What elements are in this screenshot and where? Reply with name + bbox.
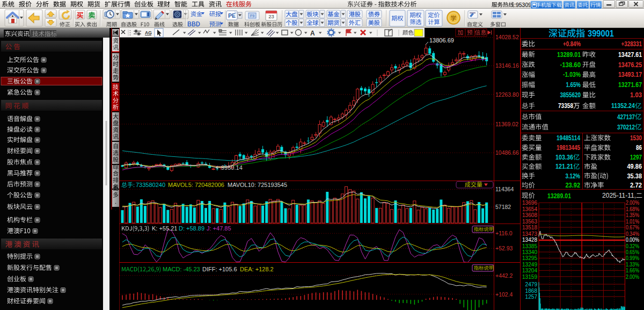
svg-text:1.33%: 1.33% bbox=[626, 261, 639, 268]
svg-text:K: +55.21: K: +55.21 bbox=[152, 225, 177, 232]
svg-text:PE: PE bbox=[228, 12, 236, 19]
svg-text:F9: F9 bbox=[250, 14, 254, 18]
svg-text:13159: 13159 bbox=[522, 273, 537, 280]
svg-text:+116.0: +116.0 bbox=[495, 230, 513, 236]
svg-text:13654: 13654 bbox=[522, 206, 537, 212]
svg-text:35.38: 35.38 bbox=[627, 172, 642, 180]
svg-text:370212: 370212 bbox=[617, 124, 635, 131]
svg-text:13476.25: 13476.25 bbox=[618, 61, 642, 69]
svg-text:1530: 1530 bbox=[630, 134, 642, 142]
svg-text:23.92: 23.92 bbox=[566, 182, 581, 189]
svg-text:J: +47.85: J: +47.85 bbox=[207, 225, 231, 232]
svg-text:2.72: 2.72 bbox=[630, 182, 642, 189]
svg-text:13427.61: 13427.61 bbox=[618, 51, 642, 59]
svg-text:427137: 427137 bbox=[617, 113, 635, 121]
svg-text:13204: 13204 bbox=[522, 267, 537, 273]
svg-text:1257: 1257 bbox=[525, 293, 537, 300]
svg-text:0.34%: 0.34% bbox=[626, 230, 639, 237]
svg-text:13271.67: 13271.67 bbox=[618, 81, 642, 89]
svg-text:12263.80: 12263.80 bbox=[495, 91, 519, 98]
svg-text:19485114: 19485114 bbox=[557, 134, 580, 142]
svg-text:13563: 13563 bbox=[522, 218, 537, 225]
svg-text:13289.01: 13289.01 bbox=[557, 51, 581, 59]
svg-text:2479: 2479 bbox=[525, 281, 537, 287]
svg-text:14028.52: 14028.52 bbox=[495, 34, 519, 40]
svg-text:73358: 73358 bbox=[558, 102, 573, 110]
svg-text:13473: 13473 bbox=[522, 230, 537, 237]
svg-text:2025-11-11,: 2025-11-11, bbox=[602, 192, 636, 199]
svg-text:MACD: -45.23: MACD: -45.23 bbox=[163, 266, 200, 272]
svg-text:+102.4: +102.4 bbox=[495, 291, 513, 298]
svg-text:13518: 13518 bbox=[522, 224, 537, 230]
svg-text:86: 86 bbox=[636, 144, 642, 152]
svg-text:2.00%: 2.00% bbox=[626, 199, 639, 206]
svg-text:13295: 13295 bbox=[522, 255, 537, 261]
svg-text:+0.84%: +0.84% bbox=[563, 40, 581, 48]
svg-text:399001: 399001 bbox=[588, 28, 614, 39]
svg-text:-138.60: -138.60 bbox=[560, 61, 581, 69]
svg-text:19813445: 19813445 bbox=[557, 144, 580, 152]
svg-text:0.99%: 0.99% bbox=[626, 255, 639, 261]
svg-text:3855620: 3855620 bbox=[560, 91, 581, 99]
svg-text:0.67%: 0.67% bbox=[626, 224, 639, 230]
svg-text:13428: 13428 bbox=[522, 236, 537, 243]
svg-text:114364: 114364 bbox=[495, 186, 514, 192]
svg-text:+442.2: +442.2 bbox=[495, 272, 513, 279]
svg-text:0.65%: 0.65% bbox=[626, 249, 639, 255]
svg-text:-1.03%: -1.03% bbox=[563, 71, 581, 78]
svg-text:11369.02: 11369.02 bbox=[495, 121, 518, 127]
svg-text:9950.14: 9950.14 bbox=[221, 164, 243, 171]
svg-text::95309: :95309 bbox=[514, 2, 531, 8]
svg-text:0.32%: 0.32% bbox=[626, 243, 639, 249]
svg-text:103.36: 103.36 bbox=[555, 154, 573, 161]
svg-text:11352.24: 11352.24 bbox=[611, 102, 635, 110]
svg-text:+52.93: +52.93 bbox=[495, 245, 513, 251]
svg-text:1.65%: 1.65% bbox=[566, 81, 581, 89]
svg-text:DEA: +128.2: DEA: +128.2 bbox=[240, 266, 274, 272]
svg-text:1.03: 1.03 bbox=[630, 91, 642, 99]
svg-text:13385: 13385 bbox=[522, 243, 537, 249]
svg-text:23: 23 bbox=[268, 13, 274, 19]
svg-text:49.86: 49.86 bbox=[627, 163, 642, 170]
svg-text:2.00%: 2.00% bbox=[626, 273, 639, 280]
svg-text:13696: 13696 bbox=[522, 199, 537, 206]
svg-text:DIFF: +105.6: DIFF: +105.6 bbox=[202, 266, 237, 272]
svg-text:13340: 13340 bbox=[522, 249, 537, 255]
svg-text:121.21: 121.21 bbox=[555, 163, 573, 170]
svg-text:AG: AG bbox=[145, 30, 152, 35]
svg-text:10486.66: 10486.66 bbox=[495, 149, 519, 156]
svg-text:A: A bbox=[310, 30, 315, 37]
svg-text:13146.16: 13146.16 bbox=[495, 62, 519, 69]
svg-text:13806.69: 13806.69 bbox=[429, 37, 454, 44]
svg-text:13249: 13249 bbox=[522, 261, 537, 268]
svg-text:1.35%: 1.35% bbox=[626, 212, 639, 218]
svg-text:1.66%: 1.66% bbox=[626, 267, 639, 273]
svg-text:13493.17: 13493.17 bbox=[618, 71, 642, 78]
svg-text:1.01%: 1.01% bbox=[626, 218, 639, 225]
svg-text:1.68%: 1.68% bbox=[626, 206, 639, 212]
svg-text:D: +58.89: D: +58.89 bbox=[179, 225, 204, 232]
svg-text:3.12%: 3.12% bbox=[566, 172, 581, 180]
svg-text:57182: 57182 bbox=[495, 204, 511, 210]
svg-text:0.00%: 0.00% bbox=[626, 236, 639, 243]
svg-text:733580240: 733580240 bbox=[136, 182, 165, 188]
svg-text:1868: 1868 bbox=[525, 287, 537, 294]
svg-text:1297: 1297 bbox=[630, 154, 642, 161]
svg-text:MAVOL10: 725193545: MAVOL10: 725193545 bbox=[228, 182, 287, 188]
svg-text:MAVOL5: 720482006: MAVOL5: 720482006 bbox=[168, 182, 224, 188]
svg-text:+328331: +328331 bbox=[621, 40, 642, 48]
svg-text:13608: 13608 bbox=[522, 212, 537, 218]
svg-text:13289.01: 13289.01 bbox=[547, 192, 571, 200]
